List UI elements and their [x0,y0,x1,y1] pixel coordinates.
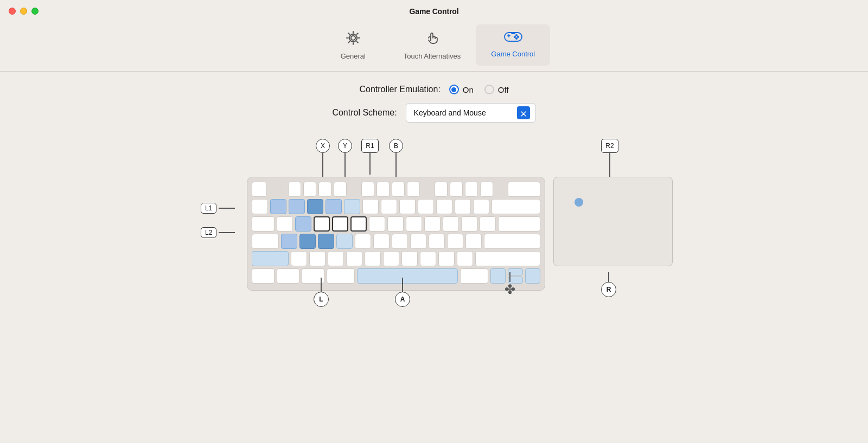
tab-game-control-label: Game Control [491,50,535,58]
minimize-button[interactable] [20,8,27,15]
r1-button-label: R1 [361,139,379,153]
key-f8 [407,182,420,197]
key-p [443,216,459,232]
keyboard-diagram: X Y R1 B R2 L1 L2 [190,139,678,323]
tab-touch-alternatives-label: Touch Alternatives [404,52,461,60]
key-f2 [303,182,316,197]
window-title: Game Control [410,7,459,16]
label-l-below: L [314,278,329,307]
key-period [438,251,455,266]
toolbar-divider [0,71,868,72]
radio-off[interactable]: Off [484,85,509,94]
key-backslash [498,216,540,232]
key-3 [307,199,323,214]
key-esc [252,182,267,197]
key-backtick [252,199,268,214]
key-0 [436,199,452,214]
key-cmd-left [327,268,355,284]
b-button-label: B [389,139,403,153]
tab-general[interactable]: General [318,24,388,66]
radio-on-circle[interactable] [449,85,459,94]
l1-button-label: L1 [201,203,216,214]
window-controls [9,8,39,15]
key-c [328,251,344,266]
key-r [332,216,348,232]
key-tab [252,216,275,232]
key-f11 [465,182,478,197]
key-l [429,234,445,249]
radio-off-circle[interactable] [484,85,494,94]
svg-point-8 [516,38,517,39]
trackpad-cursor [575,198,583,207]
svg-point-0 [351,36,355,40]
key-m [401,251,418,266]
key-4 [326,199,342,214]
key-a [281,234,297,249]
key-i [406,216,422,232]
radio-on[interactable]: On [449,85,474,94]
key-return [484,234,540,249]
key-9 [418,199,434,214]
key-b [365,251,381,266]
key-minus [455,199,471,214]
tab-touch-alternatives[interactable]: Touch Alternatives [388,24,476,66]
key-row-5 [252,251,540,266]
key-arrow-left [490,268,506,284]
key-bracket-close [480,216,496,232]
key-quote [465,234,482,249]
key-comma [420,251,436,266]
emulation-row: Controller Emulation: On Off [359,85,508,94]
key-f12 [480,182,493,197]
key-row-3 [252,216,540,232]
main-content: Controller Emulation: On Off Control Sch… [0,85,868,443]
key-g [355,234,371,249]
key-f6 [376,182,390,197]
l-line-below [321,278,322,292]
key-7 [381,199,397,214]
hand-icon [424,30,441,49]
key-f4 [334,182,347,197]
key-y [369,216,385,232]
key-f3 [318,182,331,197]
a-button-label: A [395,292,410,307]
toolbar: General Touch Alternatives [0,17,868,71]
gear-icon [345,30,361,49]
label-dpad-below: ✤ [505,272,515,297]
dpad-line-below [509,272,510,282]
key-capslock [252,234,279,249]
key-x [309,251,326,266]
key-u [387,216,404,232]
key-z [291,251,307,266]
key-shift-right [475,251,540,266]
key-ctrl [277,268,299,284]
trackpad [553,177,673,266]
key-bracket-open [461,216,477,232]
key-f7 [392,182,405,197]
key-f [336,234,353,249]
key-cmd-right [460,268,488,284]
scheme-select-value: Keyboard and Mouse [414,108,513,117]
r1-line [369,153,371,175]
dpad-icon: ✤ [505,282,515,297]
key-power [508,182,540,197]
key-row-2 [252,199,540,214]
key-d [318,234,334,249]
key-s [299,234,316,249]
key-5 [344,199,360,214]
tab-game-control[interactable]: Game Control [476,24,550,66]
key-h [373,234,390,249]
label-l2: L2 [201,227,235,238]
keyboard [247,177,545,291]
key-f1 [288,182,301,197]
key-8 [399,199,416,214]
scheme-select[interactable]: Keyboard and Mouse [406,103,536,123]
close-button[interactable] [9,8,16,15]
r2-button-label: R2 [601,139,618,153]
maximize-button[interactable] [31,8,39,15]
key-shift-left [252,251,289,266]
key-equals [473,199,489,214]
label-x: X [316,139,330,178]
key-fn [252,268,275,284]
label-b: B [389,139,403,178]
label-r-below: R [601,272,616,297]
